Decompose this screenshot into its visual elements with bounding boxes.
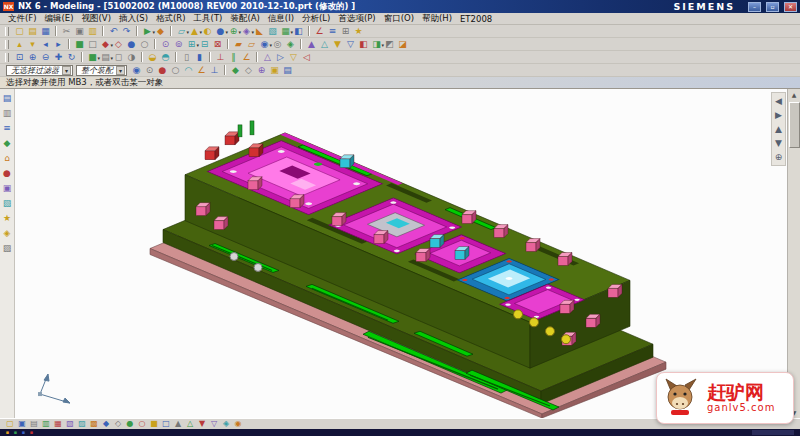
toolbar-icon[interactable]: ▧ [64,419,76,429]
toolbar-icon[interactable]: ▩ [88,419,100,429]
selection-filter-dropdown[interactable]: 无选择过滤器 ▾ [6,65,73,76]
rotate-view-icon[interactable]: ↻ [65,51,78,63]
menu-item-11[interactable]: 帮助(H) [418,13,456,25]
toolbar-icon[interactable]: ▢ [4,419,16,429]
web-browser-icon[interactable]: ⌂ [1,152,13,164]
revolve-icon[interactable]: ◐ [201,25,214,37]
toolbar-icon[interactable]: ○ [138,38,151,50]
menu-item-4[interactable]: 格式(R) [152,13,190,25]
refresh-view-icon[interactable]: ⊕ [772,151,785,163]
part-navigator-icon[interactable]: ≡ [1,122,13,134]
open-icon[interactable]: ▤ [26,25,39,37]
toolbar-icon[interactable]: □ [160,419,172,429]
snap-arc-icon[interactable]: ◠ [182,64,195,76]
fit-view-icon[interactable]: ⊡ [13,51,26,63]
paste-icon[interactable]: ▥ [86,25,99,37]
scroll-up-arrow[interactable]: ▲ [792,89,797,100]
toolbar-icon[interactable]: ○ [136,419,148,429]
sketch-icon[interactable]: ◆ [154,25,167,37]
tray-icon[interactable]: ▪ [29,430,34,435]
snap-angle-icon[interactable]: ∠ [195,64,208,76]
toolbar-icon[interactable]: ▦ [52,419,64,429]
scroll-thumb[interactable] [789,102,800,148]
toolbar-icon[interactable]: ● [124,419,136,429]
toolbar-icon[interactable]: ◆ [100,419,112,429]
extrude-icon[interactable]: ▲▾ [188,25,201,37]
save-icon[interactable]: ▦ [39,25,52,37]
toolbar-icon[interactable]: ▲ [305,38,318,50]
toolbar-icon[interactable]: ◁ [300,51,313,63]
minimize-button[interactable]: – [748,2,761,12]
toolbar-icon[interactable]: ◈ [284,38,297,50]
toolbar-icon[interactable]: ◇ [112,419,124,429]
toolbar-icon[interactable]: ◂ [39,38,52,50]
toolbar-icon[interactable]: ▴ [13,38,26,50]
info-icon[interactable]: ≡ [326,25,339,37]
toolbar-icon[interactable]: ⊟ [198,38,211,50]
menu-item-5[interactable]: 工具(T) [190,13,227,25]
datum-plane-icon[interactable]: ▱▾ [175,25,188,37]
pan-up-icon[interactable]: ▲ [772,123,785,135]
select-feature-icon[interactable]: ▣ [268,64,281,76]
zoom-in-icon[interactable]: ⊕ [26,51,39,63]
assembly-navigator-icon[interactable]: ▤ [1,92,13,104]
tray-icon[interactable]: ▪ [21,430,26,435]
window-icon[interactable]: ▯ [180,51,193,63]
toolbar-icon[interactable]: ◨▾ [370,38,383,50]
zoom-out-icon[interactable]: ⊖ [39,51,52,63]
toolbar-icon[interactable]: ◉ [232,419,244,429]
toolbar-icon[interactable]: ◉▾ [258,38,271,50]
menu-item-7[interactable]: 信息(I) [264,13,298,25]
section-icon[interactable]: ▮ [193,51,206,63]
perpendicular-icon[interactable]: ⊥ [214,51,227,63]
toolbar-icon[interactable]: ◎ [271,38,284,50]
toolbar-icon[interactable]: ▸ [52,38,65,50]
menu-item-1[interactable]: 编辑(E) [41,13,78,25]
menu-item-3[interactable]: 插入(S) [115,13,152,25]
pan-down-icon[interactable]: ▼ [772,137,785,149]
menu-item-9[interactable]: 首选项(P) [334,13,379,25]
toolbar-icon[interactable]: ◆▾ [99,38,112,50]
toolbar-icon[interactable]: ◩ [383,38,396,50]
angle-icon[interactable]: ∠ [240,51,253,63]
toolbar-icon[interactable]: ⊠ [211,38,224,50]
menu-item-0[interactable]: 文件(F) [4,13,41,25]
mirror-icon[interactable]: ◧ [292,25,305,37]
snap-midpoint-icon[interactable]: ○ [169,64,182,76]
toolbar-icon[interactable]: ■ [73,38,86,50]
manufacturing-wizard-icon[interactable]: ▧ [1,197,13,209]
redo-icon[interactable]: ↷ [120,25,133,37]
toolbar-icon[interactable]: ▽ [287,51,300,63]
materials-icon[interactable]: ▨ [1,242,13,254]
hole-icon[interactable]: ●▾ [214,25,227,37]
select-face-icon[interactable]: ◆ [229,64,242,76]
tray-icon[interactable]: ▪ [13,430,18,435]
snap-endpoint-icon[interactable]: ● [156,64,169,76]
menu-item-8[interactable]: 分析(L) [298,13,334,25]
select-body-icon[interactable]: ⊕ [255,64,268,76]
wcs-triad-icon[interactable] [38,374,70,403]
toolbar-icon[interactable]: ▱ [245,38,258,50]
reuse-library-icon[interactable]: ◆ [1,137,13,149]
pan-left-icon[interactable]: ◀ [772,95,785,107]
toolbar-icon[interactable]: △ [184,419,196,429]
vertical-scrollbar[interactable]: ▲ ▼ [787,89,800,418]
toolbar-icon[interactable]: ▰ [232,38,245,50]
process-studio-icon[interactable]: ▣ [1,182,13,194]
toolbar-icon[interactable]: ▨ [76,419,88,429]
menu-item-6[interactable]: 装配(A) [226,13,263,25]
history-icon[interactable]: ● [1,167,13,179]
toolbar-icon[interactable]: ◪ [396,38,409,50]
graphics-window[interactable]: ▤▥≡◆⌂●▣▧★◈▨ ◀▶▲▼⊕ ▲ ▼ [0,89,800,418]
roles-icon[interactable]: ★ [1,212,13,224]
toolbar-icon[interactable]: ● [125,38,138,50]
toolbar-icon[interactable]: ⊚ [172,38,185,50]
model-viewport[interactable] [0,89,800,418]
close-button[interactable]: ✕ [784,2,797,12]
pan-right-icon[interactable]: ▶ [772,109,785,121]
blend-icon[interactable]: ◈▾ [240,25,253,37]
snap-perp-icon[interactable]: ⊥ [208,64,221,76]
toolbar-icon[interactable]: ▷ [274,51,287,63]
toolbar-icon[interactable]: △ [318,38,331,50]
toolbar-icon[interactable]: ▥ [40,419,52,429]
